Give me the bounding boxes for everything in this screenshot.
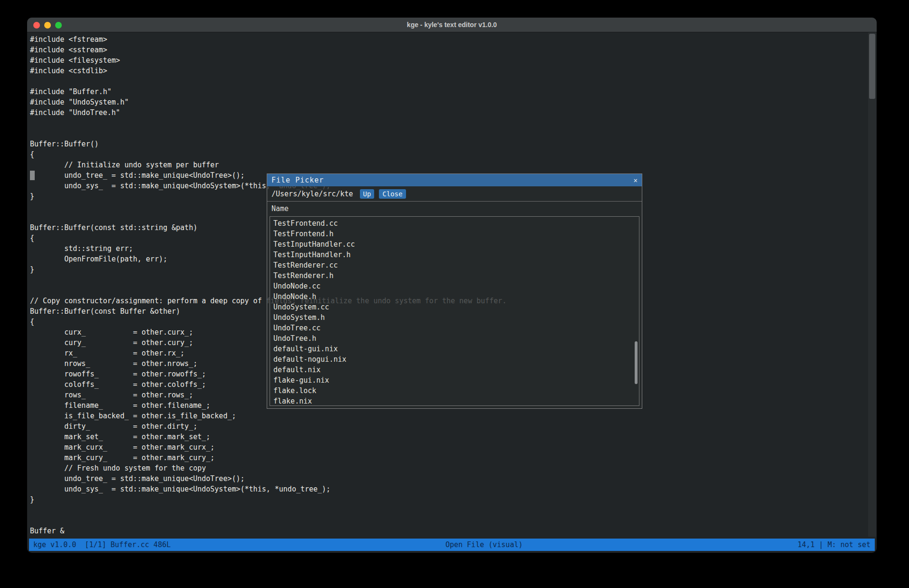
window-title: kge - kyle's text editor v1.0.0: [27, 18, 877, 32]
file-item[interactable]: UndoSystem.h: [270, 312, 639, 323]
editor-scrollbar-thumb[interactable]: [869, 34, 875, 99]
status-file-info: kge v1.0.0 [1/1] Buffer.cc 486L: [33, 540, 171, 549]
desktop: kge - kyle's text editor v1.0.0 #include…: [0, 0, 909, 588]
file-item[interactable]: TestRenderer.h: [270, 270, 639, 281]
column-header-row: Name: [267, 202, 642, 216]
file-item[interactable]: UndoNode.h: [270, 291, 639, 302]
status-mode: Open File (visual): [171, 540, 797, 549]
editor-scrollbar[interactable]: [868, 32, 876, 537]
file-list[interactable]: TestFrontend.ccTestFrontend.hTestInputHa…: [270, 216, 639, 406]
file-item[interactable]: TestInputHandler.h: [270, 250, 639, 260]
file-item[interactable]: TestInputHandler.cc: [270, 239, 639, 250]
file-item[interactable]: TestFrontend.h: [270, 229, 639, 239]
file-item[interactable]: UndoNode.cc: [270, 281, 639, 291]
file-picker-titlebar[interactable]: File Picker ✕: [267, 174, 642, 186]
close-button[interactable]: Close: [379, 189, 406, 199]
file-list-scrollbar-thumb[interactable]: [635, 341, 638, 384]
editor-window: kge - kyle's text editor v1.0.0 #include…: [27, 18, 877, 553]
file-picker-title: File Picker: [267, 176, 324, 184]
file-item[interactable]: UndoTree.h: [270, 333, 639, 344]
up-button[interactable]: Up: [360, 189, 375, 199]
file-item[interactable]: flake.lock: [270, 386, 639, 396]
file-item[interactable]: TestRenderer.cc: [270, 260, 639, 270]
file-item[interactable]: flake-gui.nix: [270, 375, 639, 386]
text-cursor: [30, 171, 35, 180]
file-item[interactable]: flake.nix: [270, 396, 639, 406]
column-header-name: Name: [271, 204, 289, 213]
file-item[interactable]: TestFrontend.cc: [270, 218, 639, 229]
path-input[interactable]: /Users/kyle/src/kte: [271, 190, 353, 198]
file-item[interactable]: UndoSystem.cc: [270, 302, 639, 312]
file-picker-dialog: File Picker ✕ /Users/kyle/src/kte Up Clo…: [267, 174, 642, 409]
status-cursor-position: 14,1 | M: not set: [797, 540, 870, 549]
file-item[interactable]: default-gui.nix: [270, 344, 639, 354]
window-titlebar[interactable]: kge - kyle's text editor v1.0.0: [27, 18, 877, 32]
status-bar: kge v1.0.0 [1/1] Buffer.cc 486L Open Fil…: [29, 539, 875, 551]
file-item[interactable]: default-nogui.nix: [270, 354, 639, 365]
close-icon[interactable]: ✕: [634, 174, 638, 186]
path-row: /Users/kyle/src/kte Up Close: [267, 186, 642, 202]
file-item[interactable]: UndoTree.cc: [270, 323, 639, 333]
file-item[interactable]: default.nix: [270, 365, 639, 375]
